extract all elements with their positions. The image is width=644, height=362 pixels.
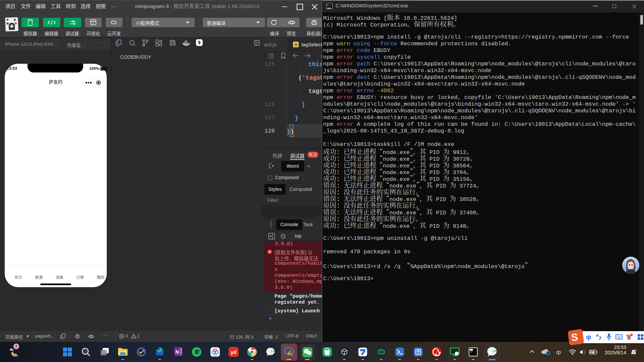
svg-text:z: z — [635, 349, 637, 351]
svg-text:N: N — [176, 349, 179, 355]
svg-text:yd: yd — [231, 349, 237, 355]
svg-text:z: z — [633, 350, 634, 353]
